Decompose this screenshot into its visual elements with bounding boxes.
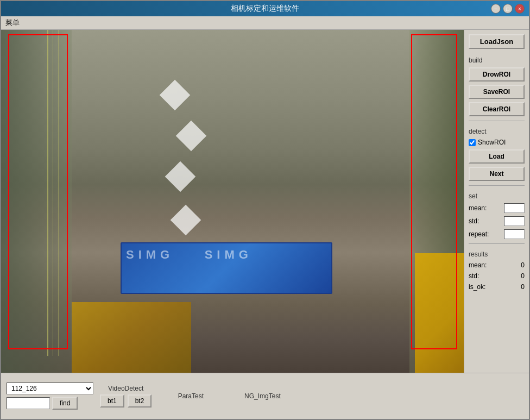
bottom-bar: 112_126 112_127 112_128 find VideoDetect… — [1, 373, 529, 419]
close-button[interactable]: × — [515, 4, 525, 14]
video-detect-section: VideoDetect bt1 bt2 — [100, 385, 152, 408]
show-roi-checkbox[interactable] — [469, 139, 476, 146]
minimize-button[interactable]: − — [491, 4, 501, 14]
para-test-section: ParaTest — [158, 392, 223, 400]
repeat-label: repeat: — [469, 230, 489, 238]
divider-1 — [469, 121, 525, 121]
window-title: 相机标定和运维软件 — [231, 4, 299, 14]
blue-containers: SIMG SIMG — [121, 242, 332, 294]
wire-lines-2 — [53, 30, 53, 356]
results-mean-row: mean: 0 — [469, 261, 525, 269]
road-marking-1 — [160, 80, 191, 111]
load-json-button[interactable]: LoadJson — [469, 34, 525, 49]
image-panel: SIMG SIMG — [1, 30, 464, 373]
title-bar: 相机标定和运维软件 − □ × — [1, 1, 529, 16]
menu-bar: 菜单 — [1, 16, 529, 30]
video-detect-title: VideoDetect — [108, 385, 143, 392]
std-field-row: std: — [469, 216, 525, 226]
menu-label[interactable]: 菜单 — [5, 18, 20, 27]
show-roi-row: ShowROI — [469, 139, 525, 146]
std-label: std: — [469, 217, 479, 225]
build-section-label: build — [469, 57, 525, 64]
results-isok-row: is_ok: 0 — [469, 283, 525, 291]
bt2-button[interactable]: bt2 — [128, 394, 152, 408]
yellow-crane — [415, 253, 464, 373]
std-input[interactable] — [504, 216, 525, 226]
load-button[interactable]: Load — [469, 149, 525, 164]
para-test-title: ParaTest — [178, 392, 204, 400]
results-std-label: std: — [469, 272, 479, 280]
bt1-button[interactable]: bt1 — [100, 394, 124, 408]
set-section-label: set — [469, 192, 525, 200]
ng-img-test-title: NG_ImgTest — [244, 392, 281, 400]
mean-field-row: mean: — [469, 203, 525, 213]
dropdown-group: 112_126 112_127 112_128 find — [7, 383, 93, 410]
wire-lines-3 — [58, 30, 59, 356]
save-roi-button[interactable]: SaveROI — [469, 85, 525, 99]
search-input[interactable] — [7, 397, 50, 409]
mean-input[interactable] — [504, 203, 525, 213]
image-select[interactable]: 112_126 112_127 112_128 — [7, 383, 93, 394]
repeat-field-row: repeat: — [469, 229, 525, 239]
draw-roi-button[interactable]: DrowROI — [469, 67, 525, 82]
left-crane-structure — [1, 30, 72, 373]
detect-section-label: detect — [469, 128, 525, 135]
show-roi-label: ShowROI — [478, 139, 506, 146]
video-detect-buttons: bt1 bt2 — [100, 394, 152, 408]
road-marking-3 — [165, 161, 196, 192]
aerial-image: SIMG SIMG — [1, 30, 464, 373]
side-panel: LoadJson build DrowROI SaveROI ClearROI … — [464, 30, 529, 373]
find-button[interactable]: find — [52, 397, 78, 410]
wire-lines — [47, 30, 48, 356]
title-bar-buttons: − □ × — [491, 4, 525, 14]
results-mean-label: mean: — [469, 261, 487, 269]
repeat-input[interactable] — [504, 229, 525, 239]
ng-img-test-section: NG_ImgTest — [230, 392, 295, 400]
maximize-button[interactable]: □ — [503, 4, 513, 14]
clear-roi-button[interactable]: ClearROI — [469, 102, 525, 116]
truck-area — [72, 302, 191, 373]
divider-3 — [469, 243, 525, 244]
main-window: 相机标定和运维软件 − □ × 菜单 — [0, 0, 530, 420]
results-section-label: results — [469, 250, 525, 258]
results-isok-value: 0 — [521, 283, 525, 291]
mean-label: mean: — [469, 204, 487, 212]
next-button[interactable]: Next — [469, 167, 525, 181]
results-mean-value: 0 — [521, 261, 525, 269]
results-isok-label: is_ok: — [469, 283, 485, 291]
results-std-value: 0 — [521, 272, 525, 280]
main-content: SIMG SIMG — [1, 30, 529, 373]
search-group: find — [7, 397, 93, 410]
results-std-row: std: 0 — [469, 272, 525, 280]
road-marking-2 — [176, 121, 207, 152]
divider-2 — [469, 185, 525, 186]
road-marking-4 — [171, 205, 201, 236]
